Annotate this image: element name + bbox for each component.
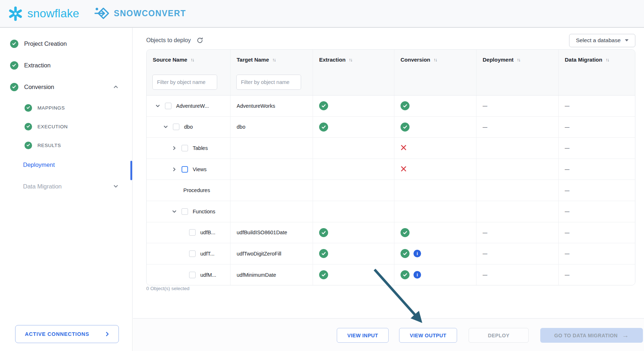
success-check-icon [10, 61, 18, 70]
row-checkbox[interactable] [173, 124, 179, 130]
info-icon[interactable]: i [413, 271, 421, 279]
sidebar-item-data-migration[interactable]: Data Migration [0, 179, 132, 194]
cell-deployment [477, 138, 559, 159]
go-to-data-migration-button[interactable]: GO TO DATA MIGRATION → [540, 328, 643, 343]
sidebar-item-execution[interactable]: EXECUTION [0, 120, 132, 133]
column-header-label: Target Name [237, 57, 269, 63]
column-header-conversion[interactable]: Conversion↑↓ [394, 50, 477, 69]
sidebar-item-deployment[interactable]: Deployment [0, 157, 132, 172]
cell-conversion [394, 138, 477, 159]
chevron-down-icon[interactable] [172, 209, 177, 214]
not-applicable-dash: — [565, 272, 569, 277]
table-row: Functions— [147, 201, 635, 222]
cell-deployment: — [477, 265, 559, 285]
not-applicable-dash: — [483, 230, 487, 235]
column-header-label: Conversion [401, 57, 430, 63]
success-check-icon [10, 40, 18, 48]
column-header-target-name[interactable]: Target Name↑↓ [231, 50, 313, 69]
target-name-cell: udfTwoDigitZeroFill [231, 243, 313, 264]
row-checkbox[interactable] [182, 166, 188, 173]
source-name-cell: Views [147, 159, 231, 180]
caret-down-icon [625, 39, 629, 41]
info-icon[interactable]: i [413, 250, 421, 257]
cell-extraction [313, 243, 394, 264]
app-header: snowflake SNOWCONVERT [0, 0, 644, 28]
not-applicable-dash: — [483, 124, 487, 130]
cell-conversion: i [394, 243, 477, 264]
sidebar-item-label: Conversion [24, 84, 54, 90]
cell-deployment: — [477, 117, 559, 138]
source-name-cell: dbo [147, 117, 231, 138]
source-name-cell: udfT... [147, 243, 231, 264]
chevron-down-icon[interactable] [163, 124, 168, 129]
not-applicable-dash: — [565, 145, 569, 151]
chevron-right-icon[interactable] [172, 167, 177, 172]
not-applicable-dash: — [565, 166, 569, 172]
objects-table: Source Name↑↓Target Name↑↓Extraction↑↓Co… [146, 49, 635, 285]
sidebar-item-label: RESULTS [37, 143, 61, 148]
sidebar-item-conversion[interactable]: Conversion [0, 80, 132, 94]
sidebar-item-label: Deployment [23, 161, 55, 168]
target-name-cell: udfMinimumDate [231, 265, 313, 285]
target-name-cell [231, 201, 313, 222]
sidebar-item-mappings[interactable]: MAPPINGS [0, 101, 132, 114]
success-check-icon [319, 249, 328, 258]
sort-icon: ↑↓ [517, 57, 520, 62]
not-applicable-dash: — [483, 103, 487, 108]
row-checkbox[interactable] [182, 145, 188, 151]
target-name-cell [231, 138, 313, 159]
target-name-cell: dbo [231, 117, 313, 138]
row-checkbox[interactable] [189, 250, 196, 257]
page-title: Objects to deploy [146, 37, 191, 44]
chevron-down-icon[interactable] [155, 103, 160, 108]
target-name-label: AdventureWorks [237, 103, 275, 109]
source-name-filter-input[interactable] [152, 75, 217, 90]
success-check-icon [24, 104, 32, 112]
cell-deployment: — [477, 243, 559, 264]
cell-data-migration: — [559, 117, 635, 138]
row-checkbox[interactable] [189, 272, 196, 278]
success-check-icon [401, 228, 410, 237]
row-checkbox[interactable] [189, 229, 196, 236]
table-header: Source Name↑↓Target Name↑↓Extraction↑↓Co… [147, 50, 635, 69]
chevron-up-icon[interactable] [113, 84, 118, 90]
sort-icon: ↑↓ [272, 57, 276, 62]
chevron-right-icon [105, 332, 110, 337]
error-cross-icon [401, 166, 407, 173]
chevron-down-icon[interactable] [113, 184, 118, 189]
success-check-icon [401, 270, 410, 279]
column-header-data-migration[interactable]: Data Migration↑↓ [559, 50, 635, 69]
chevron-right-icon[interactable] [172, 146, 177, 151]
row-checkbox[interactable] [165, 103, 171, 109]
column-header-source-name[interactable]: Source Name↑↓ [147, 50, 231, 69]
sort-icon: ↑↓ [434, 57, 437, 62]
column-header-extraction[interactable]: Extraction↑↓ [313, 50, 394, 69]
cell-extraction [313, 180, 394, 201]
view-output-button[interactable]: VIEW OUTPUT [399, 328, 457, 343]
cell-data-migration: — [559, 243, 635, 264]
table-row: Tables— [147, 138, 635, 159]
view-input-button[interactable]: VIEW INPUT [337, 328, 389, 343]
active-step-indicator [130, 161, 132, 180]
cell-data-migration: — [559, 180, 635, 201]
sidebar-item-extraction[interactable]: Extraction [0, 58, 132, 72]
column-header-deployment[interactable]: Deployment↑↓ [477, 50, 559, 69]
cell-extraction [313, 265, 394, 285]
row-checkbox[interactable] [182, 208, 188, 215]
database-selector[interactable]: Select a database [569, 34, 635, 47]
sidebar-item-results[interactable]: RESULTS [0, 139, 132, 152]
sidebar: Project CreationExtractionConversionMAPP… [0, 28, 133, 351]
table-body: AdventureW...AdventureWorks——dbodbo——Tab… [147, 95, 635, 285]
source-name-label: Functions [193, 209, 215, 214]
active-connections-button[interactable]: ACTIVE CONNECTIONS [15, 325, 119, 343]
target-name-filter-input[interactable] [236, 75, 301, 90]
cell-extraction [313, 159, 394, 180]
not-applicable-dash: — [565, 230, 569, 235]
target-name-cell [231, 159, 313, 180]
cell-data-migration: — [559, 201, 635, 222]
deploy-button[interactable]: DEPLOY [469, 328, 529, 343]
sidebar-item-project-creation[interactable]: Project Creation [0, 36, 132, 51]
sidebar-item-label: Extraction [24, 62, 50, 69]
refresh-icon[interactable] [197, 37, 203, 44]
table-row: Procedures— [147, 180, 635, 201]
